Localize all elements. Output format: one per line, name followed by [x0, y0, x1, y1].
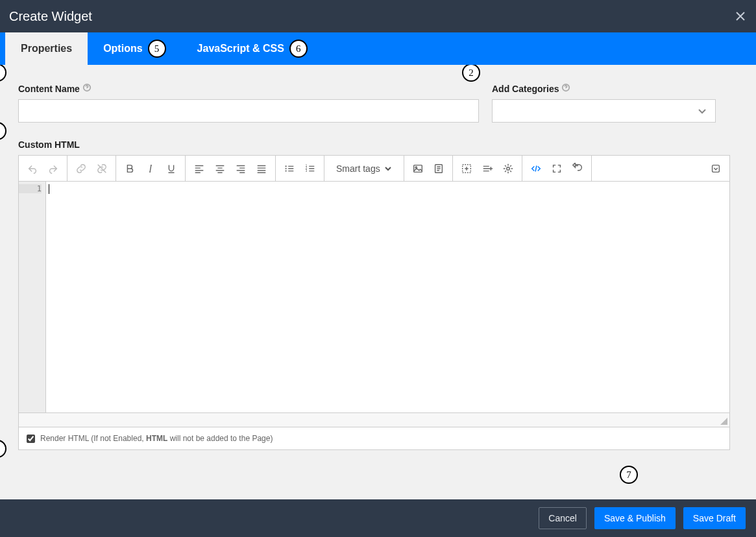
- cancel-button[interactable]: Cancel: [539, 507, 587, 529]
- italic-button[interactable]: [141, 159, 160, 178]
- chevron-down-icon: [697, 106, 707, 116]
- label-text: Add Categories: [492, 84, 559, 94]
- undo-button[interactable]: [23, 159, 42, 178]
- callout-3: 3: [0, 122, 6, 140]
- label-text: Content Name: [18, 84, 80, 94]
- line-number: 1: [19, 184, 42, 193]
- insert-line-button[interactable]: [478, 159, 497, 178]
- svg-point-1: [86, 90, 87, 90]
- image-button[interactable]: [408, 159, 428, 178]
- settings-button[interactable]: [498, 159, 518, 178]
- add-categories-select[interactable]: [492, 99, 716, 123]
- bullet-list-button[interactable]: [280, 159, 299, 178]
- chevron-down-icon: [384, 165, 392, 173]
- svg-point-6: [286, 170, 287, 171]
- unlink-button[interactable]: [92, 159, 112, 178]
- svg-point-4: [286, 165, 287, 167]
- svg-rect-15: [713, 165, 720, 172]
- add-categories-label: Add Categories: [492, 83, 716, 94]
- callout-4: 4: [0, 440, 6, 458]
- bold-button[interactable]: [120, 159, 140, 178]
- align-center-button[interactable]: [210, 159, 230, 178]
- callout-5: 5: [148, 40, 166, 58]
- link-button[interactable]: [71, 159, 91, 178]
- save-publish-button[interactable]: Save & Publish: [594, 507, 676, 529]
- line-gutter: 1: [19, 182, 46, 412]
- tab-properties[interactable]: Properties: [5, 32, 88, 65]
- toolbar-collapse-button[interactable]: [706, 159, 726, 178]
- tab-label: Properties: [21, 43, 72, 54]
- content-name-label: Content Name: [18, 83, 479, 94]
- svg-point-11: [415, 167, 417, 168]
- redo-button[interactable]: [43, 159, 63, 178]
- align-left-button[interactable]: [189, 159, 209, 178]
- callout-2: 2: [462, 65, 480, 82]
- modal-title: Create Widget: [9, 9, 92, 24]
- revert-button[interactable]: [568, 159, 587, 178]
- tab-label: Options: [103, 43, 142, 54]
- callout-6: 6: [289, 40, 308, 58]
- content-name-input[interactable]: [18, 99, 479, 123]
- tab-bar: Properties Options 5 JavaScript & CSS 6: [0, 32, 756, 65]
- svg-rect-10: [413, 165, 422, 172]
- tab-label: JavaScript & CSS: [197, 43, 284, 54]
- help-icon[interactable]: [561, 83, 570, 94]
- callout-1: 1: [0, 65, 6, 82]
- insert-block-button[interactable]: [457, 159, 476, 178]
- smart-tags-label: Smart tags: [336, 163, 380, 174]
- text-cursor: [49, 184, 49, 194]
- align-right-button[interactable]: [231, 159, 250, 178]
- editor-toolbar: 123 Smart tags: [18, 155, 730, 181]
- close-icon[interactable]: [734, 10, 747, 23]
- document-button[interactable]: [429, 159, 448, 178]
- label-text: Custom HTML: [18, 139, 80, 150]
- callout-7: 7: [620, 466, 638, 484]
- underline-button[interactable]: [162, 159, 181, 178]
- tab-jscss[interactable]: JavaScript & CSS 6: [182, 32, 323, 65]
- svg-text:3: 3: [306, 169, 308, 172]
- custom-html-label: Custom HTML: [18, 139, 730, 150]
- fullscreen-button[interactable]: [547, 159, 567, 178]
- svg-point-5: [286, 167, 287, 169]
- svg-point-14: [506, 167, 509, 170]
- code-editor[interactable]: 1: [18, 181, 730, 413]
- svg-point-3: [566, 90, 567, 90]
- number-list-button[interactable]: 123: [300, 159, 320, 178]
- editor-resize-handle[interactable]: [18, 413, 730, 427]
- align-justify-button[interactable]: [252, 159, 271, 178]
- render-html-checkbox[interactable]: [27, 435, 35, 443]
- smart-tags-dropdown[interactable]: Smart tags: [328, 163, 400, 174]
- tab-options[interactable]: Options 5: [88, 32, 181, 65]
- render-html-label: Render HTML (If not Enabled, HTML will n…: [40, 434, 273, 443]
- help-icon[interactable]: [82, 83, 91, 94]
- save-draft-button[interactable]: Save Draft: [683, 507, 746, 529]
- code-view-button[interactable]: [526, 159, 546, 178]
